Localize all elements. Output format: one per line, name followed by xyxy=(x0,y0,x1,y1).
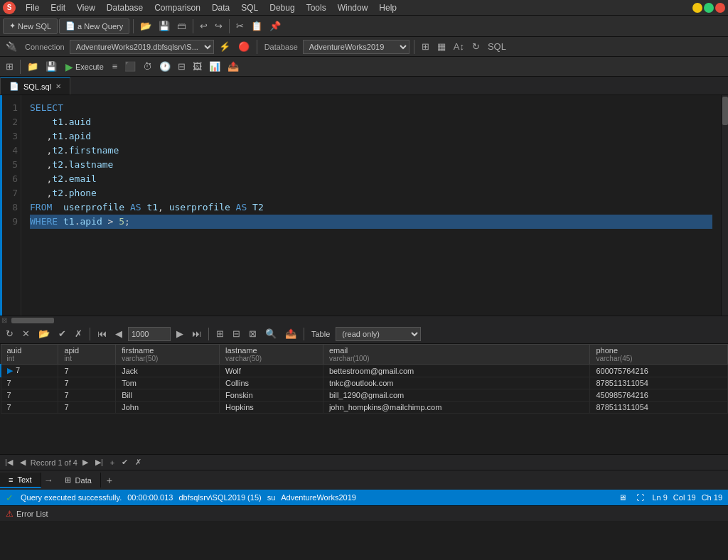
open-icon[interactable]: 📂 xyxy=(137,19,154,33)
last-icon[interactable]: ⏭ xyxy=(189,327,204,340)
grid-view-icon[interactable]: ⊞ xyxy=(213,327,227,340)
grid-icon[interactable]: ⊟ xyxy=(175,60,188,73)
refresh-icon[interactable]: ↻ xyxy=(469,40,483,53)
nav-add-button[interactable]: + xyxy=(108,458,117,467)
nav-last-button[interactable]: ▶| xyxy=(93,458,105,467)
results-scroll[interactable]: auidint apidint firstnamevarchar(50) las… xyxy=(0,344,728,454)
new-sql-button[interactable]: ✦ New SQL xyxy=(3,18,58,34)
nav-check-button[interactable]: ✔ xyxy=(119,458,130,467)
menu-database[interactable]: Database xyxy=(101,1,149,14)
open-file-icon[interactable]: 📁 xyxy=(24,60,41,73)
chart-icon[interactable]: 📊 xyxy=(206,60,223,73)
status-ln: Ln 9 xyxy=(652,493,667,502)
menu-file[interactable]: File xyxy=(20,1,45,14)
sql-tab[interactable]: 📄 SQL.sql ✕ xyxy=(0,77,70,95)
prev-icon[interactable]: ◀ xyxy=(112,327,125,340)
nav-first-button[interactable]: |◀ xyxy=(3,458,15,467)
confirm-icon[interactable]: ✔ xyxy=(55,327,69,340)
code-editor[interactable]: 1 2 3 4 5 6 7 8 9 SELECT t1.auid ,t1.api… xyxy=(0,95,728,316)
menu-debug[interactable]: Debug xyxy=(264,1,300,14)
cell-apid: 7 xyxy=(58,389,116,402)
copy-icon[interactable]: 📋 xyxy=(248,19,265,33)
history-icon[interactable]: 🕐 xyxy=(156,60,173,73)
refresh-results-icon[interactable]: ↻ xyxy=(3,327,16,340)
menu-sql[interactable]: SQL xyxy=(235,1,264,14)
status-check-icon: ✓ xyxy=(6,492,14,503)
export-icon[interactable]: 📤 xyxy=(225,60,242,73)
menu-window[interactable]: Window xyxy=(332,1,374,14)
save-file-icon[interactable]: 💾 xyxy=(43,60,60,73)
close-button[interactable] xyxy=(715,3,725,13)
save-all-icon[interactable]: 🗃 xyxy=(174,19,189,33)
cell-firstname: John xyxy=(116,402,220,414)
tab-data[interactable]: ⊞ Data xyxy=(56,473,101,488)
menu-help[interactable]: Help xyxy=(373,1,402,14)
col-header-phone: phonevarchar(45) xyxy=(590,345,728,365)
paste-icon[interactable]: 📌 xyxy=(267,19,284,33)
table-row[interactable]: 77JohnHopkinsjohn_hompkins@mailchimp.com… xyxy=(1,402,728,414)
status-user: su xyxy=(267,493,276,502)
disconnect-icon[interactable]: 🔴 xyxy=(235,40,252,53)
monitor-icon[interactable]: 🖥 xyxy=(616,493,628,502)
add-tab-button[interactable]: + xyxy=(104,475,115,486)
status-database: AdventureWorks2019 xyxy=(281,493,356,502)
search-results-icon[interactable]: 🔍 xyxy=(262,327,279,340)
connect-icon[interactable]: ⚡ xyxy=(216,40,233,53)
tab-text[interactable]: ≡ Text xyxy=(0,473,41,488)
menu-view[interactable]: View xyxy=(71,1,101,14)
h-scroll-thumb[interactable] xyxy=(11,318,54,323)
filter-icon[interactable]: ⊞ xyxy=(419,40,432,53)
resize-handle[interactable]: ⊠ xyxy=(0,318,9,323)
connection-toolbar: 🔌 Connection AdventureWorks2019.dbfsqlsr… xyxy=(0,37,728,57)
first-icon[interactable]: ⏮ xyxy=(95,327,109,340)
table-dropdown[interactable]: (read only) xyxy=(336,327,421,341)
image-icon[interactable]: 🖼 xyxy=(190,60,205,73)
export-results-icon[interactable]: 📤 xyxy=(282,327,299,340)
editor-h-scrollbar[interactable]: ⊠ xyxy=(0,316,728,324)
execute-button[interactable]: ▶ Execute xyxy=(61,60,108,74)
sql-icon[interactable]: SQL xyxy=(485,40,509,53)
error-list-toggle[interactable]: ⚠ Error List xyxy=(6,509,48,519)
stop-icon[interactable]: ⬛ xyxy=(122,60,139,73)
editor-scrollbar[interactable] xyxy=(721,95,728,316)
maximize-button[interactable] xyxy=(704,3,714,13)
sql-file-icon: 📄 xyxy=(9,82,19,91)
fullscreen-icon[interactable]: ⛶ xyxy=(634,493,646,502)
nav-cancel-button[interactable]: ✗ xyxy=(133,458,144,467)
menu-tools[interactable]: Tools xyxy=(301,1,332,14)
cancel-results-icon[interactable]: ✗ xyxy=(72,327,85,340)
format-icon[interactable]: ≡ xyxy=(109,60,121,73)
editor-scrollbar-thumb[interactable] xyxy=(722,97,728,125)
nav-prev-button[interactable]: ◀ xyxy=(18,458,28,467)
minimize-button[interactable] xyxy=(692,3,702,13)
cell-phone: 600075764216 xyxy=(590,365,728,377)
error-triangle-icon: ⚠ xyxy=(6,509,14,519)
stop-results-icon[interactable]: ✕ xyxy=(19,327,33,340)
cut-icon[interactable]: ✂ xyxy=(233,19,247,33)
redo-icon[interactable]: ↪ xyxy=(212,19,225,33)
save-icon[interactable]: 💾 xyxy=(156,19,173,33)
menu-edit[interactable]: Edit xyxy=(45,1,71,14)
next-icon[interactable]: ▶ xyxy=(173,327,186,340)
table-row[interactable]: 77TomCollinstnkc@outlook.com878511311054 xyxy=(1,377,728,389)
menu-data[interactable]: Data xyxy=(206,1,235,14)
record-count-input[interactable] xyxy=(128,327,171,341)
table-row[interactable]: ▶77JackWolfbettestroom@gmail.com60007576… xyxy=(1,365,728,377)
code-content[interactable]: SELECT t1.auid ,t1.apid ,t2.firstname ,t… xyxy=(21,95,721,316)
clock-icon[interactable]: ⏱ xyxy=(140,60,155,73)
undo-icon[interactable]: ↩ xyxy=(197,19,210,33)
new-query-button[interactable]: 📄 a New Query xyxy=(59,18,129,34)
sort-icon[interactable]: A↕ xyxy=(451,40,467,53)
database-select[interactable]: AdventureWorks2019 xyxy=(303,40,410,54)
tab-close-button[interactable]: ✕ xyxy=(55,82,61,90)
form-view-icon[interactable]: ⊠ xyxy=(246,327,259,340)
cell-lastname: Fonskin xyxy=(220,389,323,402)
nav-next-button[interactable]: ▶ xyxy=(80,458,90,467)
load-results-icon[interactable]: 📂 xyxy=(36,327,53,340)
connection-select[interactable]: AdventureWorks2019.dbfsqlsrv\S... xyxy=(70,40,214,54)
columns-icon[interactable]: ▦ xyxy=(434,40,449,53)
table-row[interactable]: 77BillFonskinbill_1290@gmail.com45098576… xyxy=(1,389,728,402)
menu-comparison[interactable]: Comparison xyxy=(149,1,206,14)
tab-arrow-icon[interactable]: → xyxy=(41,473,56,487)
card-view-icon[interactable]: ⊟ xyxy=(230,327,243,340)
